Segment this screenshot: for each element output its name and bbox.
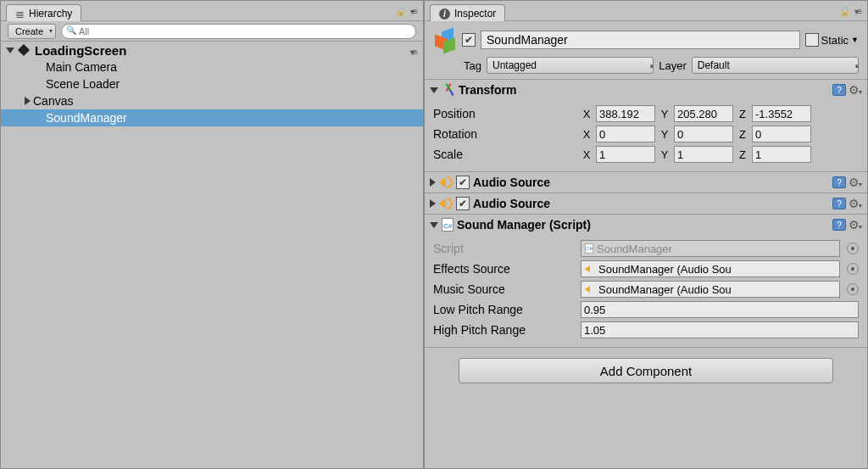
inspector-tab[interactable]: i Inspector bbox=[430, 4, 505, 21]
foldout-spacer bbox=[35, 114, 43, 122]
item-label: Main Camera bbox=[46, 60, 117, 74]
lock-icon[interactable] bbox=[839, 4, 851, 17]
tag-dropdown[interactable]: Untagged bbox=[487, 57, 654, 74]
high-pitch-field[interactable] bbox=[581, 321, 859, 338]
static-label: Static bbox=[821, 34, 849, 47]
tree-item[interactable]: Main Camera bbox=[1, 59, 423, 75]
inspector-panel: i Inspector Static ▼ Tag Untag bbox=[424, 0, 868, 469]
music-source-label: Music Source bbox=[433, 282, 577, 296]
sound-manager-component: Sound Manager (Script) ? ⚙ Script SoundM… bbox=[425, 215, 867, 348]
foldout-open-icon[interactable] bbox=[6, 47, 14, 53]
position-y-field[interactable] bbox=[674, 105, 733, 122]
tree-item[interactable]: Scene Loader bbox=[1, 75, 423, 92]
static-checkbox[interactable] bbox=[805, 33, 819, 47]
y-label: Y bbox=[659, 108, 670, 120]
effects-source-field[interactable]: SoundManager (Audio Sou bbox=[581, 260, 840, 277]
rotation-x-field[interactable] bbox=[596, 126, 655, 142]
foldout-closed-icon[interactable] bbox=[25, 97, 31, 105]
panel-menu-icon[interactable] bbox=[410, 4, 416, 17]
foldout-spacer bbox=[35, 63, 43, 71]
tree-item-selected[interactable]: SoundManager bbox=[1, 109, 423, 126]
unity-cube-icon bbox=[17, 43, 31, 57]
inspector-body: Static ▼ Tag Untagged Layer Default Tra bbox=[425, 21, 867, 468]
foldout-open-icon[interactable] bbox=[430, 87, 438, 93]
scale-x-field[interactable] bbox=[596, 146, 655, 163]
hierarchy-icon bbox=[15, 8, 25, 20]
position-z-field[interactable] bbox=[752, 105, 811, 122]
hierarchy-tab-bar: Hierarchy bbox=[1, 1, 423, 21]
tag-label: Tag bbox=[464, 59, 481, 72]
low-pitch-label: Low Pitch Range bbox=[433, 303, 577, 316]
tree-item[interactable]: Canvas bbox=[1, 92, 423, 109]
help-icon[interactable]: ? bbox=[832, 84, 846, 96]
component-title: Transform bbox=[459, 83, 829, 97]
gear-icon[interactable]: ⚙ bbox=[849, 83, 862, 97]
speaker-icon bbox=[585, 284, 595, 294]
scale-y-field[interactable] bbox=[674, 146, 733, 163]
script-label: Script bbox=[433, 242, 577, 255]
hierarchy-tab[interactable]: Hierarchy bbox=[6, 4, 81, 21]
info-icon: i bbox=[439, 8, 450, 20]
gameobject-header: Static ▼ Tag Untagged Layer Default bbox=[425, 21, 867, 80]
low-pitch-field[interactable] bbox=[581, 301, 859, 318]
create-button[interactable]: Create bbox=[8, 24, 56, 39]
transform-icon bbox=[442, 83, 455, 97]
gear-icon[interactable]: ⚙ bbox=[849, 218, 862, 232]
position-x-field[interactable] bbox=[596, 105, 655, 122]
script-field: SoundManager bbox=[581, 240, 840, 257]
component-title: Audio Source bbox=[473, 176, 829, 189]
help-icon[interactable]: ? bbox=[832, 198, 846, 209]
gameobject-name-field[interactable] bbox=[481, 31, 800, 49]
component-enabled-checkbox[interactable] bbox=[456, 197, 470, 210]
hierarchy-tree[interactable]: LoadingScreen Main Camera Scene Loader C… bbox=[1, 42, 423, 468]
effects-source-label: Effects Source bbox=[433, 262, 577, 276]
layer-label: Layer bbox=[659, 59, 687, 72]
gameobject-icon[interactable] bbox=[433, 28, 457, 52]
csharp-icon bbox=[585, 243, 593, 254]
component-enabled-checkbox[interactable] bbox=[456, 176, 470, 189]
hierarchy-search[interactable] bbox=[61, 24, 416, 39]
item-label: SoundManager bbox=[46, 111, 127, 125]
help-icon[interactable]: ? bbox=[832, 219, 846, 231]
hierarchy-tab-label: Hierarchy bbox=[29, 8, 72, 20]
gear-icon[interactable]: ⚙ bbox=[849, 176, 862, 189]
inspector-tab-bar: i Inspector bbox=[425, 1, 867, 21]
foldout-closed-icon[interactable] bbox=[430, 178, 436, 187]
scale-label: Scale bbox=[433, 148, 577, 161]
add-component-button[interactable]: Add Component bbox=[459, 358, 833, 383]
foldout-open-icon[interactable] bbox=[430, 222, 438, 228]
speaker-icon bbox=[439, 197, 453, 210]
scale-z-field[interactable] bbox=[752, 146, 811, 163]
rotation-y-field[interactable] bbox=[674, 126, 733, 142]
help-icon[interactable]: ? bbox=[832, 176, 846, 188]
position-label: Position bbox=[433, 107, 577, 120]
inspector-tab-label: Inspector bbox=[454, 8, 496, 20]
hierarchy-panel: Hierarchy Create LoadingScreen Main Came… bbox=[0, 0, 424, 469]
panel-menu-icon[interactable] bbox=[854, 4, 860, 17]
scene-row[interactable]: LoadingScreen bbox=[1, 42, 423, 59]
rotation-label: Rotation bbox=[433, 127, 577, 141]
hierarchy-toolbar: Create bbox=[1, 21, 423, 42]
item-label: Scene Loader bbox=[46, 77, 120, 91]
object-picker-icon[interactable] bbox=[847, 283, 859, 295]
x-label: X bbox=[581, 108, 593, 120]
layer-dropdown[interactable]: Default bbox=[692, 57, 859, 74]
csharp-icon bbox=[442, 218, 453, 232]
lock-icon[interactable] bbox=[395, 4, 407, 17]
speaker-icon bbox=[439, 176, 453, 189]
object-picker-icon[interactable] bbox=[847, 263, 859, 275]
audio-source-component: Audio Source ? ⚙ bbox=[425, 172, 867, 193]
enabled-checkbox[interactable] bbox=[462, 33, 476, 47]
item-label: Canvas bbox=[33, 94, 73, 108]
foldout-closed-icon[interactable] bbox=[430, 199, 436, 208]
speaker-icon bbox=[585, 264, 595, 274]
search-input[interactable] bbox=[79, 25, 410, 38]
rotation-z-field[interactable] bbox=[752, 126, 811, 142]
gear-icon[interactable]: ⚙ bbox=[849, 197, 862, 210]
static-dropdown-icon[interactable]: ▼ bbox=[851, 36, 859, 44]
foldout-spacer bbox=[35, 80, 43, 88]
music-source-field[interactable]: SoundManager (Audio Sou bbox=[581, 281, 840, 298]
object-picker-icon[interactable] bbox=[847, 243, 859, 254]
scene-menu-icon[interactable] bbox=[410, 43, 416, 58]
component-title: Sound Manager (Script) bbox=[457, 218, 829, 232]
